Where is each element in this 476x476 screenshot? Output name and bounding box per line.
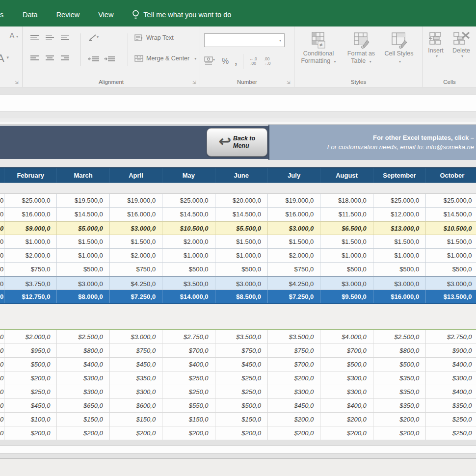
spreadsheet-cell[interactable]: $11.500,0 [320,208,373,221]
spreadsheet-cell[interactable]: $1.000,0 [4,235,57,248]
increase-decimal-button[interactable]: ←.0 .00 [249,57,257,66]
spreadsheet-cell[interactable]: $400,0 [320,399,373,412]
spreadsheet-cell[interactable]: $500,0 [320,358,373,371]
spreadsheet-cell[interactable]: $4.250,0 [110,277,162,290]
clipped-january-cell[interactable]: 0 [0,330,4,344]
spreadsheet-cell[interactable]: $650,0 [57,399,109,412]
clipped-january-cell[interactable]: 0 [0,399,4,412]
spreadsheet-cell[interactable]: $2.000,0 [4,249,57,262]
spreadsheet-cell[interactable]: $9.500,0 [320,290,373,303]
conditional-formatting-button[interactable]: ≠ Conditional Formatting ▾ [297,30,340,87]
merge-center-button[interactable]: Merge & Center ▾ [134,55,196,62]
spreadsheet-cell[interactable]: $250,0 [426,426,476,440]
spreadsheet-cell[interactable]: $14.000,0 [162,290,215,303]
spreadsheet-cell[interactable]: $600,0 [110,399,162,412]
spreadsheet-cell[interactable]: $250,0 [215,371,268,385]
spreadsheet-cell[interactable]: $16.000,0 [110,208,162,221]
spreadsheet-cell[interactable]: $14.500,0 [215,208,268,221]
spreadsheet-cell[interactable]: $5.000,0 [57,222,109,235]
spreadsheet-cell[interactable]: $16.000,0 [373,290,426,303]
spreadsheet-cell[interactable]: $3.000,0 [110,222,162,235]
spreadsheet-cell[interactable]: $25.000,0 [162,194,215,207]
spreadsheet-cell[interactable]: $150,0 [162,413,215,426]
spreadsheet-cell[interactable]: $2.000,0 [110,249,162,262]
spreadsheet-cell[interactable]: $400,0 [426,385,476,398]
spreadsheet-cell[interactable]: $25.000,0 [4,194,57,207]
spreadsheet-cell[interactable]: $3.500,0 [162,277,215,290]
column-header-month[interactable]: June [215,168,268,183]
spreadsheet-cell[interactable]: $14.500,0 [57,208,109,221]
spreadsheet-cell[interactable]: $8.500,0 [215,290,268,303]
spreadsheet-cell[interactable]: $200,0 [162,426,215,440]
clipped-january-cell[interactable]: 0 [0,194,4,207]
alignment-dialog-launcher-icon[interactable]: ⇲ [192,80,198,85]
spreadsheet-cell[interactable]: $200,0 [268,413,320,426]
column-header-month[interactable]: October [426,168,476,183]
spreadsheet-cell[interactable]: $2.750,0 [426,330,476,344]
spreadsheet-cell[interactable]: $250,0 [426,413,476,426]
spreadsheet-cell[interactable]: $200,0 [320,426,373,440]
spreadsheet-cell[interactable]: $7.250,0 [268,290,320,303]
spreadsheet-cell[interactable]: $400,0 [426,358,476,371]
spreadsheet-cell[interactable]: $400,0 [57,358,109,371]
spreadsheet-cell[interactable]: $300,0 [57,371,109,385]
spreadsheet-cell[interactable]: $500,0 [162,263,215,276]
spreadsheet-cell[interactable]: $1.500,0 [110,235,162,248]
spreadsheet-cell[interactable]: $800,0 [57,344,109,357]
comma-style-button[interactable]: , [235,56,237,67]
spreadsheet-cell[interactable]: $1.500,0 [373,235,426,248]
spreadsheet-cell[interactable]: $550,0 [162,399,215,412]
spreadsheet-cell[interactable]: $25.000,0 [426,194,476,207]
spreadsheet-cell[interactable]: $1.500,0 [215,235,268,248]
spreadsheet-cell[interactable]: $500,0 [373,263,426,276]
align-bottom-icon[interactable] [61,34,69,40]
format-as-table-button[interactable]: Format as Table ▾ [342,30,381,87]
spreadsheet-cell[interactable]: $10.500,0 [162,222,215,235]
spreadsheet-cell[interactable]: $2.500,0 [373,330,426,344]
spreadsheet-cell[interactable]: $2.000,0 [162,235,215,248]
spreadsheet-cell[interactable]: $1.000,0 [215,249,268,262]
spreadsheet-cell[interactable]: $19.000,0 [110,194,162,207]
spreadsheet-cell[interactable]: $900,0 [426,344,476,357]
spreadsheet-cell[interactable]: $950,0 [4,344,57,357]
clipped-january-cell[interactable]: 0 [0,344,4,357]
spreadsheet-cell[interactable]: $200,0 [373,413,426,426]
clipped-january-cell[interactable]: 0 [0,235,4,248]
spreadsheet-cell[interactable]: $18.000,0 [320,194,373,207]
number-dialog-launcher-icon[interactable]: ⇲ [287,80,292,85]
spreadsheet-cell[interactable]: $1.500,0 [57,235,109,248]
spreadsheet-cell[interactable]: $19.000,0 [268,194,320,207]
spreadsheet-cell[interactable]: $150,0 [110,413,162,426]
spreadsheet-cell[interactable]: $200,0 [373,426,426,440]
increase-indent-icon[interactable] [104,55,115,64]
spreadsheet-cell[interactable]: $10.500,0 [426,222,476,235]
spreadsheet-cell[interactable]: $750,0 [268,344,320,357]
spreadsheet-cell[interactable]: $1.000,0 [57,249,109,262]
tab-view[interactable]: View [98,8,113,22]
spreadsheet-cell[interactable]: $200,0 [57,426,109,440]
formula-bar[interactable] [0,95,476,111]
insert-button[interactable]: Insert ▾ [423,26,449,58]
cell-styles-button[interactable]: Cell Styles ▾ [383,30,415,87]
spreadsheet-cell[interactable]: $300,0 [110,385,162,398]
spreadsheet-cell[interactable]: $350,0 [373,399,426,412]
spreadsheet-cell[interactable]: $500,0 [373,358,426,371]
spreadsheet-cell[interactable]: $200,0 [215,426,268,440]
spreadsheet-cell[interactable]: $3.000,0 [57,277,109,290]
spreadsheet-cell[interactable]: $9.000,0 [4,222,57,235]
spreadsheet-cell[interactable]: $5.500,0 [215,222,268,235]
clipped-january-cell[interactable]: 0 [0,413,4,426]
spreadsheet-cell[interactable]: $13.500,0 [426,290,476,303]
spreadsheet-cell[interactable]: $2.000,0 [4,330,57,344]
column-header-month[interactable]: February [4,168,57,183]
spreadsheet-cell[interactable]: $20.000,0 [215,194,268,207]
spreadsheet-cell[interactable]: $100,0 [4,413,57,426]
spreadsheet-cell[interactable]: $500,0 [215,263,268,276]
font-dialog-launcher-icon[interactable]: ⇲ [15,80,20,85]
spreadsheet-cell[interactable]: $200,0 [4,426,57,440]
spreadsheet-cell[interactable]: $450,0 [110,358,162,371]
tab-formulas-partial[interactable]: s [0,8,6,22]
clipped-january-cell[interactable]: 0 [0,385,4,398]
spreadsheet-cell[interactable]: $700,0 [162,344,215,357]
tab-data[interactable]: Data [23,8,38,22]
